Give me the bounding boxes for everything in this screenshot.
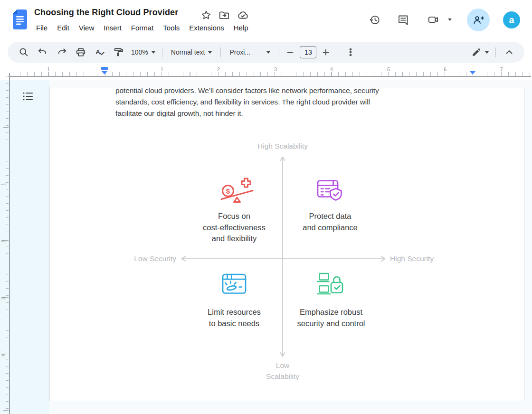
svg-text:$: $ [226,187,230,195]
toolbar-divider [495,47,496,57]
print-button[interactable] [75,46,87,58]
style-caret-icon [208,51,212,54]
axis-label-low-scalability: Low Scalability [235,360,330,382]
vertical-ruler[interactable]: 1 2 3 4 [4,80,9,414]
ruler-baseline [9,76,531,77]
document-title[interactable]: Choosing the Right Cloud Provider [34,8,178,18]
font-caret-icon [266,51,270,54]
quadrant-label-top-right: Protect data and compliance [278,211,382,233]
hide-menus-button[interactable] [503,46,515,58]
menu-tools[interactable]: Tools [158,22,184,34]
menu-format[interactable]: Format [126,22,159,34]
font-name-value: Proxi... [229,48,250,56]
paint-roller-icon [113,47,124,58]
version-history-icon[interactable] [369,14,381,26]
font-size-value: 13 [304,48,312,56]
search-icon [18,47,29,58]
secure-devices-icon [316,272,344,297]
menu-help[interactable]: Help [229,22,253,34]
chrome-bottom-line [49,87,524,87]
svg-text:A: A [95,48,100,56]
star-icon[interactable] [200,9,212,21]
zoom-caret-icon [152,51,155,54]
vruler-number: 1 [0,183,6,186]
undo-icon [37,47,48,58]
outline-list-icon [22,91,34,102]
toolbar-divider [279,47,279,57]
redo-icon [56,47,67,58]
menu-file[interactable]: File [31,22,52,34]
vertical-ruler-major-ticks [3,80,9,414]
menu-edit[interactable]: Edit [52,22,74,34]
axis-label-low-security: Low Security [111,254,176,263]
font-select[interactable]: Proxi... [229,48,270,56]
spell-check-button[interactable]: A [94,46,106,58]
cloud-saved-icon[interactable] [237,9,248,21]
undo-button[interactable] [37,46,49,58]
app-header: Choosing the Right Cloud Provider File E… [0,0,532,40]
meet-video-icon[interactable] [428,14,440,26]
ruler-ticks [10,72,531,76]
font-size-input[interactable]: 13 [300,46,316,58]
move-folder-icon[interactable] [218,9,230,21]
cost-balance-icon: $ [219,177,255,203]
document-canvas[interactable]: 1 2 3 4 potential cloud providers. We’ll… [0,80,532,414]
toolbar-divider [162,47,162,57]
vruler-number: 4 [0,354,6,357]
paragraph-style-value: Normal text [171,48,205,56]
horizontal-ruler[interactable]: 1 1 2 3 4 5 6 7 [0,66,532,80]
increase-font-size-button[interactable] [320,46,332,58]
editing-mode-select[interactable] [471,47,489,57]
quadrant-label-bottom-left: Limit resources to basic needs [182,307,286,329]
more-vertical-icon [345,47,356,58]
mode-caret-icon [485,51,489,54]
vertical-ruler-baseline [9,73,10,414]
canvas-right-margin [524,80,532,414]
more-toolbar-options-button[interactable] [344,46,357,58]
vruler-number: 3 [0,297,6,300]
chevron-up-icon [504,47,515,58]
meet-caret-icon[interactable] [448,19,452,21]
person-add-icon [472,14,484,26]
body-paragraph[interactable]: potential cloud providers. We’ll conside… [115,85,379,119]
show-outline-button[interactable] [22,91,35,103]
print-icon [75,47,86,58]
share-button[interactable] [467,9,490,31]
menubar: File Edit View Insert Format Tools Exten… [31,22,253,34]
axis-label-high-security: High Security [390,254,461,263]
zoom-select[interactable]: 100% [131,48,155,56]
toolbar: A 100% Normal text Proxi... 13 [8,42,524,63]
page-gap [49,401,524,414]
account-avatar[interactable]: a [503,11,520,28]
toolbar-divider [337,47,337,57]
toolbar-divider [220,47,221,57]
limited-gauge-icon [221,273,247,295]
paragraph-line: standards, cost efficiency, and flexibil… [115,96,379,108]
quadrant-label-bottom-right: Emphasize robust security and control [279,307,383,329]
redo-button[interactable] [56,46,68,58]
vruler-number: 2 [0,240,6,243]
menu-view[interactable]: View [74,22,99,34]
chrome-cover [49,80,532,87]
search-menus-button[interactable] [18,46,30,58]
menu-extensions[interactable]: Extensions [184,22,228,34]
menu-insert[interactable]: Insert [99,22,126,34]
left-indent-marker[interactable] [101,71,108,75]
spellcheck-icon: A [94,47,105,58]
first-line-indent-marker[interactable] [101,67,108,70]
decrease-font-size-button[interactable] [284,46,296,58]
pen-icon [471,47,482,57]
right-indent-marker[interactable] [469,71,476,75]
plus-icon [321,47,331,57]
paint-format-button[interactable] [113,46,125,58]
paragraph-line: facilitate our digital growth, not hinde… [115,108,379,119]
google-docs-logo-icon[interactable] [12,9,28,30]
zoom-value: 100% [131,48,148,56]
compliance-shield-icon [316,179,344,201]
paragraph-style-select[interactable]: Normal text [171,48,212,56]
comments-icon[interactable] [397,14,409,26]
quadrant-label-top-left: Focus on cost-effectiveness and flexibil… [182,211,286,245]
avatar-letter: a [509,15,514,26]
minus-icon [285,47,295,57]
